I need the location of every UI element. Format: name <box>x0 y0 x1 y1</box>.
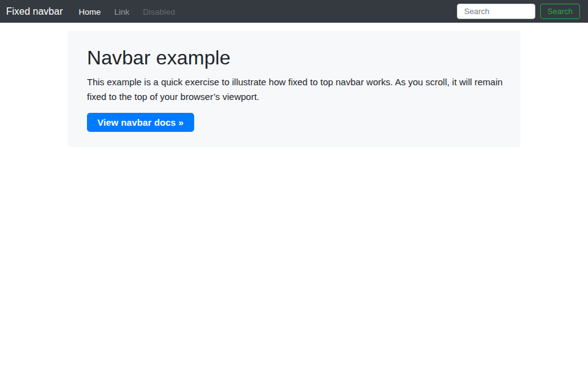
search-input[interactable] <box>457 4 535 19</box>
jumbotron-description: This example is a quick exercise to illu… <box>87 75 512 104</box>
search-form: Search <box>457 4 580 19</box>
nav-item-disabled: Disabled <box>138 4 180 20</box>
page-title: Navbar example <box>87 46 501 69</box>
navbar-nav: Home Link Disabled <box>74 6 457 17</box>
nav-item-home[interactable]: Home <box>74 4 106 20</box>
search-button[interactable]: Search <box>540 4 580 19</box>
top-navbar: Fixed navbar Home Link Disabled Search <box>0 0 588 23</box>
nav-item-link[interactable]: Link <box>110 4 135 20</box>
view-navbar-docs-button[interactable]: View navbar docs » <box>87 113 194 132</box>
navbar-brand[interactable]: Fixed navbar <box>6 6 63 17</box>
jumbotron: Navbar example This example is a quick e… <box>67 31 521 147</box>
